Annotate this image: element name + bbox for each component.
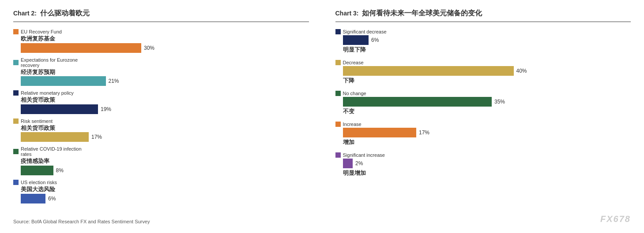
chart2-label: Chart 2: [13,10,37,17]
bar-line: 21% [21,76,309,86]
chart3-color-box [335,122,341,127]
chart3-bar-line: 17% [343,128,631,137]
bar-line: 30% [21,43,309,53]
chart3-color-box [335,91,341,96]
bar-legend: Relative COVID-19 infection rates [13,146,309,157]
chart3-bar-fill [343,35,369,45]
legend-cn-label: 相关货币政策 [21,125,309,132]
chart2-bar-row: Risk sentiment相关货币政策17% [13,118,309,142]
chart2-bar-row: EU Recovery Fund欧洲复苏基金30% [13,29,309,53]
legend-color-box [13,118,19,124]
bar-pct-label: 8% [56,167,64,174]
legend-en-label: Relative monetary policy [21,90,74,96]
chart3-bars: Significant decrease6%明显下降Decrease40%下降N… [335,29,631,224]
chart3-bar-fill [343,97,492,107]
chart3-title-cn: 如何看待未来一年全球美元储备的变化 [362,9,482,18]
chart3-label: Chart 3: [335,10,359,17]
legend-color-box [13,149,19,154]
chart3-bar-line: 40% [343,66,631,76]
chart3-en-label: Significant increase [343,152,385,158]
watermark: FX678 [600,214,631,224]
chart3-legend: Significant increase [335,152,631,158]
chart3-bar-row: Decrease40%下降 [335,60,631,85]
legend-en-label: Risk sentiment [21,118,53,124]
bar-line: 8% [21,166,309,175]
chart2-divider [13,22,309,22]
chart3-bar-line: 2% [343,159,631,168]
chart3-bar-pct: 6% [371,37,379,43]
bar-fill [21,104,98,114]
bar-pct-label: 6% [48,196,56,202]
chart3-legend: Increase [335,122,631,127]
chart3-bar-pct: 40% [516,68,527,74]
bar-pct-label: 19% [101,106,111,112]
legend-color-box [13,90,19,96]
chart2-title: Chart 2: 什么驱动着欧元 [13,9,309,18]
chart3-bar-fill [343,128,417,137]
chart3-bar-pct: 2% [355,160,363,166]
chart3-en-label: Decrease [343,60,364,65]
chart3-legend: Significant decrease [335,29,631,34]
legend-en-label: Relative COVID-19 infection rates [21,146,82,157]
chart3-bar-line: 35% [343,97,631,107]
bar-legend: Relative monetary policy [13,90,309,96]
chart2-bar-row: US election risks美国大选风险6% [13,180,309,203]
legend-en-label: Expectations for Eurozone recovery [21,57,78,68]
chart3-bar-row: Increase17%增加 [335,122,631,146]
legend-color-box [13,60,19,65]
chart3-en-label: Increase [343,122,362,127]
bar-pct-label: 17% [91,134,102,140]
bar-fill [21,43,141,53]
bar-fill [21,132,89,142]
bar-fill [21,76,106,86]
legend-cn-label: 相关货币政策 [21,96,309,104]
chart3-bar-line: 6% [343,35,631,45]
bar-legend: Expectations for Eurozone recovery [13,57,309,68]
chart3-cn-label: 明显增加 [343,169,631,177]
chart2-bars: EU Recovery Fund欧洲复苏基金30%Expectations fo… [13,29,309,215]
chart3-cn-label: 明显下降 [343,46,631,54]
chart3-en-label: Significant decrease [343,29,387,34]
chart3-color-box [335,152,341,158]
bar-fill [21,194,45,203]
legend-cn-label: 经济复苏预期 [21,69,309,76]
bar-fill [21,166,53,175]
chart3-bar-pct: 17% [419,129,429,136]
chart3-bar-fill [343,66,514,76]
chart3-legend: Decrease [335,60,631,65]
chart3-bar-row: No change35%不变 [335,91,631,115]
legend-en-label: US election risks [21,180,57,185]
bar-legend: US election risks [13,180,309,185]
legend-color-box [13,29,19,34]
chart2-title-cn: 什么驱动着欧元 [40,9,90,18]
chart3-bar-row: Significant decrease6%明显下降 [335,29,631,54]
chart3-color-box [335,29,341,34]
chart3-cn-label: 不变 [343,107,631,115]
chart3-color-box [335,60,341,65]
chart3-cn-label: 下降 [343,77,631,85]
chart2-bar-row: Expectations for Eurozone recovery经济复苏预期… [13,57,309,86]
bar-pct-label: 21% [109,78,119,84]
chart3-bar-pct: 35% [494,99,505,105]
legend-cn-label: 疫情感染率 [21,158,309,165]
bar-legend: EU Recovery Fund [13,29,309,34]
legend-cn-label: 美国大选风险 [21,186,309,193]
legend-cn-label: 欧洲复苏基金 [21,35,309,42]
bar-line: 19% [21,104,309,114]
chart2-bar-row: Relative COVID-19 infection rates疫情感染率8% [13,146,309,175]
chart3-bar-fill [343,159,353,168]
chart3-section: Chart 3: 如何看待未来一年全球美元储备的变化 Significant d… [335,9,631,224]
bar-line: 17% [21,132,309,142]
bar-pct-label: 30% [144,45,154,51]
chart3-cn-label: 增加 [343,138,631,146]
chart3-title: Chart 3: 如何看待未来一年全球美元储备的变化 [335,9,631,18]
chart3-legend: No change [335,91,631,96]
chart2-bar-row: Relative monetary policy相关货币政策19% [13,90,309,114]
chart3-divider [335,22,631,22]
bar-legend: Risk sentiment [13,118,309,124]
chart2-section: Chart 2: 什么驱动着欧元 EU Recovery Fund欧洲复苏基金3… [13,9,309,224]
legend-color-box [13,180,19,185]
legend-en-label: EU Recovery Fund [21,29,62,34]
chart3-bar-row: Significant increase2%明显增加 [335,152,631,177]
bar-line: 6% [21,194,309,203]
